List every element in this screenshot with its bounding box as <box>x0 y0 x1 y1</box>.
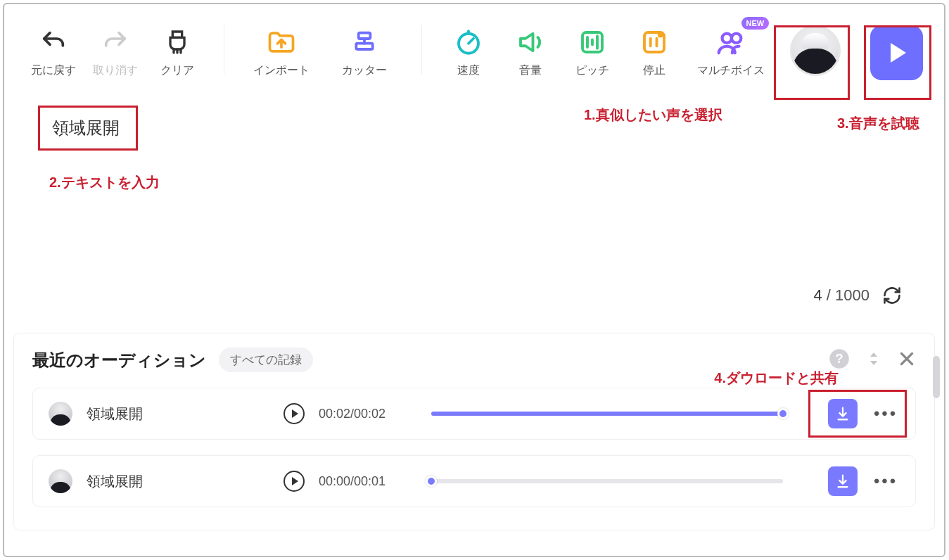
import-label: インポート <box>253 63 310 78</box>
editor-text: 領域展開 <box>52 117 120 139</box>
char-counter: 4 / 1000 <box>813 286 902 305</box>
redo-label: 取り消す <box>93 63 138 78</box>
multivoice-button[interactable]: NEW マルチボイス <box>694 25 768 78</box>
pitch-button[interactable]: ピッチ <box>564 25 620 78</box>
track-time: 00:02/00:02 <box>319 407 417 421</box>
toolbar: 元に戻す 取り消す クリア インポート <box>4 4 944 87</box>
more-button[interactable]: ••• <box>872 404 900 424</box>
text-editor[interactable]: 領域展開 2.テキストを入力 4 / 1000 <box>18 101 930 312</box>
redo-icon <box>101 25 129 59</box>
undo-label: 元に戻す <box>31 63 76 78</box>
new-badge: NEW <box>741 17 770 30</box>
count-current: 4 <box>813 286 822 304</box>
pitch-label: ピッチ <box>575 63 609 78</box>
folder-import-icon <box>266 25 297 59</box>
app-window: 元に戻す 取り消す クリア インポート <box>3 3 945 557</box>
avatar-icon <box>790 25 841 76</box>
download-button[interactable] <box>828 399 858 428</box>
track-avatar-icon <box>49 402 72 426</box>
svg-point-7 <box>732 34 741 43</box>
track-play-button[interactable] <box>284 403 305 424</box>
volume-icon <box>516 25 545 59</box>
stop-icon <box>639 25 669 59</box>
scrollbar[interactable] <box>933 356 940 398</box>
volume-label: 音量 <box>519 63 542 78</box>
brush-icon <box>163 25 191 59</box>
download-button[interactable] <box>828 466 858 496</box>
track-name: 領域展開 <box>87 405 269 424</box>
track-name: 領域展開 <box>87 472 269 491</box>
speed-button[interactable]: 速度 <box>440 25 497 78</box>
preview-play-button[interactable] <box>870 25 923 80</box>
svg-point-5 <box>659 33 662 36</box>
equalizer-icon <box>578 25 607 59</box>
undo-icon <box>39 25 68 59</box>
refresh-button[interactable] <box>882 286 902 305</box>
track-fill <box>431 412 783 416</box>
track-row: 領域展開 00:00/00:01 ••• <box>32 455 916 507</box>
play-icon <box>891 43 906 63</box>
stop-button[interactable]: 停止 <box>626 25 682 78</box>
speedometer-icon <box>454 25 483 59</box>
cutter-button[interactable]: カッター <box>326 25 403 78</box>
recent-filter-button[interactable]: すべての記録 <box>219 348 313 372</box>
track-avatar-icon <box>49 469 72 493</box>
track-row: 領域展開 00:02/00:02 ••• <box>32 388 916 440</box>
volume-button[interactable]: 音量 <box>502 25 559 78</box>
divider <box>224 25 224 75</box>
cutter-icon <box>350 25 378 59</box>
recent-auditions-panel: 最近のオーディション すべての記録 ? 4.ダウロードと共有 領域展開 00:0… <box>14 333 934 530</box>
clear-button[interactable]: クリア <box>149 25 205 78</box>
recent-title: 最近のオーディション <box>32 349 206 371</box>
cutter-label: カッター <box>342 63 387 78</box>
track-time: 00:00/00:01 <box>319 474 417 489</box>
more-button[interactable]: ••• <box>872 471 900 491</box>
close-button[interactable] <box>898 350 916 371</box>
stop-label: 停止 <box>643 63 665 78</box>
sort-button[interactable] <box>865 350 882 371</box>
svg-text:?: ? <box>835 351 843 366</box>
divider <box>421 25 422 75</box>
track-knob[interactable] <box>777 408 789 419</box>
track-slider[interactable] <box>431 479 783 483</box>
undo-button[interactable]: 元に戻す <box>25 25 82 78</box>
clear-label: クリア <box>160 63 194 78</box>
play-icon <box>292 409 298 418</box>
track-slider[interactable] <box>431 412 783 416</box>
count-max: 1000 <box>835 286 870 304</box>
speed-label: 速度 <box>457 63 480 78</box>
track-knob[interactable] <box>426 476 437 487</box>
track-play-button[interactable] <box>284 471 305 492</box>
play-icon <box>292 477 298 485</box>
voice-avatar-button[interactable] <box>790 25 841 76</box>
multivoice-label: マルチボイス <box>697 63 765 78</box>
import-button[interactable]: インポート <box>243 25 320 78</box>
annotation-2: 2.テキストを入力 <box>49 173 160 192</box>
annotation-4: 4.ダウロードと共有 <box>714 369 839 388</box>
redo-button[interactable]: 取り消す <box>87 25 144 78</box>
multivoice-icon <box>715 25 747 59</box>
